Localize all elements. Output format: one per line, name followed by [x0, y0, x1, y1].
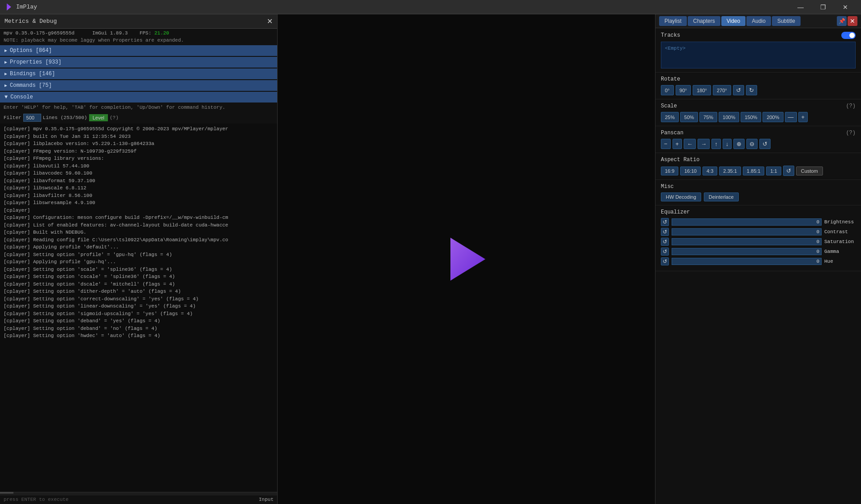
- saturation-reset-button[interactable]: ↺: [661, 238, 669, 246]
- aspect-235-1-button[interactable]: 2.35:1: [719, 167, 741, 175]
- aspect-185-1-button[interactable]: 1.85:1: [743, 167, 765, 175]
- minimize-button[interactable]: —: [790, 0, 811, 14]
- panscan-reset-button[interactable]: ↺: [759, 139, 771, 149]
- panscan-zoom-in-button[interactable]: ⊕: [733, 139, 745, 149]
- rotate-title: Rotate: [661, 76, 856, 82]
- saturation-row: ↺ 0 Saturation: [661, 238, 856, 246]
- console-log-line: [cplayer] libswresample 4.9.100: [4, 199, 274, 207]
- hue-label: Hue: [824, 259, 856, 264]
- panscan-right-button[interactable]: →: [698, 139, 710, 149]
- tab-video[interactable]: Video: [721, 16, 745, 26]
- aspect-ratio-btn-row: 16:9 16:10 4:3 2.35:1 1.85:1 1:1 ↺ Custo…: [661, 166, 856, 176]
- tab-pin-button[interactable]: 📌: [837, 16, 847, 26]
- console-scrollbar-track[interactable]: [0, 492, 277, 494]
- aspect-4-3-button[interactable]: 4:3: [703, 167, 717, 175]
- hue-slider[interactable]: 0: [672, 258, 822, 265]
- scale-100-button[interactable]: 100%: [719, 112, 739, 122]
- console-input-bar: press ENTER to execute Input: [0, 495, 277, 504]
- panscan-plus-button[interactable]: +: [673, 139, 682, 149]
- equalizer-label: Equalizer: [661, 209, 690, 215]
- properties-arrow: ▶: [4, 60, 7, 65]
- deinterlace-button[interactable]: Deinterlace: [704, 192, 739, 201]
- options-section[interactable]: ▶ Options [864]: [0, 45, 277, 56]
- scale-50-button[interactable]: 50%: [680, 112, 698, 122]
- level-button[interactable]: Level: [89, 114, 108, 121]
- console-section-header[interactable]: ▼ Console: [0, 92, 277, 103]
- titlebar: ImPlay — ❐ ✕: [0, 0, 861, 14]
- scale-25-button[interactable]: 25%: [661, 112, 679, 122]
- console-log-line: [cplayer] Setting option 'profile' = 'gp…: [4, 251, 274, 259]
- aspect-custom-button[interactable]: Custom: [796, 167, 823, 175]
- gamma-slider[interactable]: 0: [672, 248, 822, 255]
- panscan-minus-button[interactable]: −: [661, 139, 671, 149]
- tracks-label: Tracks: [661, 32, 680, 38]
- right-panel: Playlist Chapters Video Audio Subtitle 📌…: [655, 14, 861, 504]
- brightness-slider[interactable]: 0: [672, 218, 822, 226]
- console-log-line: [cplayer] libplacebo version: v5.229.1-1…: [4, 140, 274, 148]
- scale-plus-button[interactable]: +: [798, 112, 808, 122]
- console-log-line: [cplayer] Setting option 'deband' = 'yes…: [4, 317, 274, 325]
- tracks-toggle[interactable]: [841, 32, 856, 39]
- tracks-section: Tracks <Empty>: [655, 28, 861, 73]
- scale-minus-button[interactable]: —: [785, 112, 797, 122]
- rotate-90-button[interactable]: 90°: [676, 85, 691, 95]
- rotate-btn-row: 0° 90° 180° 270° ↺ ↻: [661, 85, 856, 95]
- console-log-line: [cplayer] Setting option 'dither-depth' …: [4, 288, 274, 295]
- contrast-reset-button[interactable]: ↺: [661, 228, 669, 236]
- aspect-reset-button[interactable]: ↺: [783, 166, 794, 176]
- console-log-line: [cplayer] Reading config file C:\Users\t…: [4, 236, 274, 244]
- rotate-0-button[interactable]: 0°: [661, 85, 674, 95]
- scale-75-button[interactable]: 75%: [699, 112, 717, 122]
- options-arrow: ▶: [4, 48, 7, 53]
- play-icon: [440, 232, 493, 286]
- properties-section[interactable]: ▶ Properties [933]: [0, 57, 277, 68]
- main-layout: Metrics & Debug ✕ mpv 0.35.0-175-g965955…: [0, 14, 861, 504]
- close-button[interactable]: ✕: [835, 0, 856, 14]
- app-title: ImPlay: [16, 4, 37, 10]
- console-log-line: [cplayer] libavcodec 59.60.100: [4, 170, 274, 177]
- rotate-ccw-button[interactable]: ↺: [733, 85, 744, 95]
- contrast-row: ↺ 0 Contrast: [661, 228, 856, 236]
- aspect-ratio-title: Aspect Ratio: [661, 157, 856, 163]
- metrics-close-button[interactable]: ✕: [267, 17, 273, 26]
- tab-playlist[interactable]: Playlist: [659, 16, 687, 26]
- rotate-180-button[interactable]: 180°: [693, 85, 711, 95]
- gamma-label: Gamma: [824, 249, 856, 254]
- filter-input[interactable]: [23, 114, 41, 122]
- aspect-16-9-button[interactable]: 16:9: [661, 167, 678, 175]
- maximize-button[interactable]: ❐: [813, 0, 833, 14]
- brightness-reset-button[interactable]: ↺: [661, 218, 669, 226]
- aspect-16-10-button[interactable]: 16:10: [680, 167, 701, 175]
- hue-reset-button[interactable]: ↺: [661, 257, 669, 265]
- equalizer-section: Equalizer ↺ 0 Brightness ↺ 0 Contrast: [655, 205, 861, 271]
- tab-subtitle[interactable]: Subtitle: [772, 16, 801, 26]
- tab-chapters[interactable]: Chapters: [688, 16, 720, 26]
- console-label: Console: [10, 94, 33, 100]
- gamma-reset-button[interactable]: ↺: [661, 248, 669, 256]
- tab-bar: Playlist Chapters Video Audio Subtitle 📌…: [655, 14, 861, 28]
- tab-close-button[interactable]: ✕: [848, 16, 857, 26]
- panscan-left-button[interactable]: ←: [684, 139, 696, 149]
- scale-150-button[interactable]: 150%: [741, 112, 761, 122]
- contrast-slider[interactable]: 0: [672, 228, 822, 235]
- panscan-down-button[interactable]: ↓: [723, 139, 732, 149]
- aspect-1-1-button[interactable]: 1:1: [766, 167, 781, 175]
- rotate-270-button[interactable]: 270°: [713, 85, 731, 95]
- commands-section[interactable]: ▶ Commands [75]: [0, 80, 277, 91]
- hw-decoding-button[interactable]: HW Decoding: [661, 192, 701, 201]
- panscan-up-button[interactable]: ↑: [711, 139, 721, 149]
- saturation-slider[interactable]: 0: [672, 238, 822, 245]
- scale-200-button[interactable]: 200%: [762, 112, 783, 122]
- metrics-title: Metrics & Debug: [4, 18, 57, 25]
- console-log-line: [cplayer] libavfilter 8.56.100: [4, 192, 274, 200]
- filter-label: Filter: [4, 115, 21, 120]
- panscan-zoom-out-button[interactable]: ⊖: [746, 139, 758, 149]
- svg-marker-0: [450, 238, 485, 281]
- rotate-cw-button[interactable]: ↻: [746, 85, 757, 95]
- console-log-line: [cplayer] Setting option 'dscale' = 'mit…: [4, 281, 274, 288]
- tab-audio[interactable]: Audio: [746, 16, 771, 26]
- hue-row: ↺ 0 Hue: [661, 257, 856, 265]
- bindings-section[interactable]: ▶ Bindings [146]: [0, 68, 277, 79]
- console-log-line: [cplayer] Setting option 'deband' = 'no'…: [4, 325, 274, 333]
- aspect-ratio-section: Aspect Ratio 16:9 16:10 4:3 2.35:1 1.85:…: [655, 153, 861, 180]
